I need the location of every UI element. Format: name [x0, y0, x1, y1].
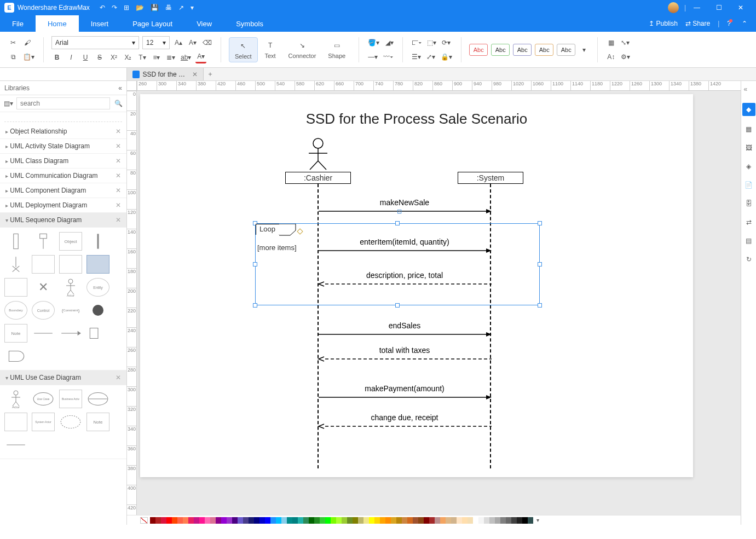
- color-swatch[interactable]: [309, 517, 314, 524]
- color-swatch[interactable]: [446, 517, 451, 524]
- copy-button[interactable]: ⧉: [8, 51, 19, 63]
- msg-makepayment[interactable]: makePayment(amount): [319, 384, 490, 393]
- shadow-button[interactable]: ◢▾: [384, 37, 395, 49]
- section-uml-deployment[interactable]: ▸ UML Deployment Diagram✕: [0, 198, 126, 213]
- color-swatch[interactable]: [227, 517, 232, 524]
- lock-button[interactable]: 🔒▾: [440, 51, 453, 63]
- sel-handle-n[interactable]: [395, 221, 400, 225]
- color-swatch[interactable]: [353, 517, 358, 524]
- paste-button[interactable]: 📋▾: [22, 51, 36, 63]
- color-swatch[interactable]: [199, 517, 205, 524]
- shape-boundary[interactable]: Boundary: [4, 301, 27, 320]
- color-swatch[interactable]: [468, 517, 473, 524]
- close-tab-button[interactable]: ✕: [192, 71, 198, 78]
- line-spacing-button[interactable]: ≡▾: [151, 51, 162, 63]
- shape-note-uc[interactable]: Note: [86, 413, 109, 431]
- table-button[interactable]: ▦: [605, 37, 616, 49]
- shape-destroy[interactable]: [4, 255, 27, 274]
- color-swatch[interactable]: [500, 517, 506, 524]
- fill-button[interactable]: 🪣▾: [367, 37, 380, 49]
- color-swatch[interactable]: [374, 517, 380, 524]
- shape-entity[interactable]: Entity: [86, 278, 109, 297]
- minimize-button[interactable]: —: [686, 4, 708, 11]
- color-swatch[interactable]: [259, 517, 265, 524]
- style-gallery-more[interactable]: ▾: [579, 44, 590, 56]
- sel-handle-w[interactable]: [253, 262, 257, 266]
- shape-actor-uc[interactable]: Actor: [4, 390, 27, 408]
- help-button[interactable]: ?: [727, 20, 734, 27]
- clear-format-button[interactable]: ⌫: [201, 37, 213, 49]
- maximize-button[interactable]: ☐: [708, 4, 730, 11]
- qat-more-icon[interactable]: ▾: [191, 4, 194, 11]
- line-weight-button[interactable]: —▾: [367, 51, 379, 63]
- color-swatch[interactable]: [243, 517, 249, 524]
- color-swatch[interactable]: [391, 517, 396, 524]
- redo-icon[interactable]: ↷: [112, 4, 117, 11]
- group-button[interactable]: ⬚▾: [426, 37, 437, 49]
- tab-insert[interactable]: Insert: [79, 15, 121, 32]
- color-swatch[interactable]: [331, 517, 336, 524]
- new-icon[interactable]: ⊞: [124, 4, 129, 11]
- color-swatch[interactable]: [413, 517, 418, 524]
- font-size-combo[interactable]: 12▾: [142, 36, 170, 49]
- loop-condition[interactable]: [more items]: [257, 244, 297, 252]
- color-swatch[interactable]: [336, 517, 342, 524]
- save-icon[interactable]: 💾: [151, 4, 159, 11]
- color-swatch[interactable]: [188, 517, 194, 524]
- shape-ext-points[interactable]: [86, 390, 109, 408]
- container-button[interactable]: ⤡▾: [620, 37, 631, 49]
- arrow-makepayment[interactable]: [319, 395, 492, 401]
- color-swatch[interactable]: [155, 517, 161, 524]
- image-panel-icon[interactable]: 🖼: [743, 142, 754, 153]
- shape-x-icon[interactable]: ✕: [32, 278, 55, 297]
- new-tab-button[interactable]: ＋: [204, 68, 217, 80]
- lifeline-system[interactable]: :System: [458, 172, 523, 184]
- color-swatch[interactable]: [320, 517, 325, 524]
- canvas[interactable]: 0204060801001201401601802002202402602803…: [127, 91, 741, 515]
- layers-panel-icon[interactable]: ◈: [743, 161, 754, 172]
- color-swatch[interactable]: [402, 517, 407, 524]
- text-underline-style-button[interactable]: ab▾: [180, 51, 192, 63]
- color-swatch[interactable]: [457, 517, 462, 524]
- open-icon[interactable]: 📂: [136, 4, 144, 11]
- msg-enteritem[interactable]: enterItem(itemId, quantity): [319, 237, 490, 246]
- color-swatch[interactable]: [287, 517, 292, 524]
- shrink-font-button[interactable]: A▾: [187, 37, 198, 49]
- more-colors-button[interactable]: ▾: [536, 517, 539, 523]
- tab-view[interactable]: View: [184, 15, 224, 32]
- size-button[interactable]: ⤢▾: [425, 51, 436, 63]
- text-direction-button[interactable]: A↕: [605, 51, 616, 63]
- shape-actor[interactable]: Actor: [59, 278, 82, 297]
- color-swatch[interactable]: [249, 517, 254, 524]
- grow-font-button[interactable]: A▴: [173, 37, 184, 49]
- share-button[interactable]: ⇄ Share: [685, 20, 710, 27]
- color-swatch[interactable]: [254, 517, 259, 524]
- color-swatch[interactable]: [325, 517, 331, 524]
- arrow-changedue[interactable]: [318, 424, 492, 430]
- cut-button[interactable]: ✂: [8, 37, 19, 49]
- shape-lifeline-2[interactable]: [86, 232, 109, 251]
- shape-arrow-1[interactable]: [32, 324, 55, 343]
- color-swatch[interactable]: [150, 517, 155, 524]
- search-icon[interactable]: 🔍: [113, 100, 123, 107]
- color-swatch[interactable]: [172, 517, 177, 524]
- arrange-button[interactable]: ☰▾: [411, 51, 422, 63]
- style-preset-1[interactable]: Abc: [469, 44, 488, 56]
- color-swatch[interactable]: [380, 517, 385, 524]
- color-swatch[interactable]: [517, 517, 522, 524]
- font-family-combo[interactable]: Arial▾: [51, 36, 139, 49]
- shape-note[interactable]: Note: [4, 324, 27, 343]
- color-swatch[interactable]: [265, 517, 270, 524]
- export-icon[interactable]: ↗: [178, 4, 184, 11]
- color-swatch[interactable]: [221, 517, 227, 524]
- find-replace-button[interactable]: ⚙▾: [620, 51, 631, 63]
- text-case-button[interactable]: T▾: [137, 51, 148, 63]
- color-swatch[interactable]: [363, 517, 369, 524]
- color-swatch[interactable]: [342, 517, 347, 524]
- section-object-relationship[interactable]: ▸ Object Relationship✕: [0, 124, 126, 139]
- shape-object[interactable]: Object: [59, 232, 82, 251]
- color-swatch[interactable]: [473, 517, 478, 524]
- text-tool[interactable]: TText: [259, 37, 282, 62]
- shape-delay[interactable]: [86, 324, 109, 343]
- color-swatch[interactable]: [205, 517, 210, 524]
